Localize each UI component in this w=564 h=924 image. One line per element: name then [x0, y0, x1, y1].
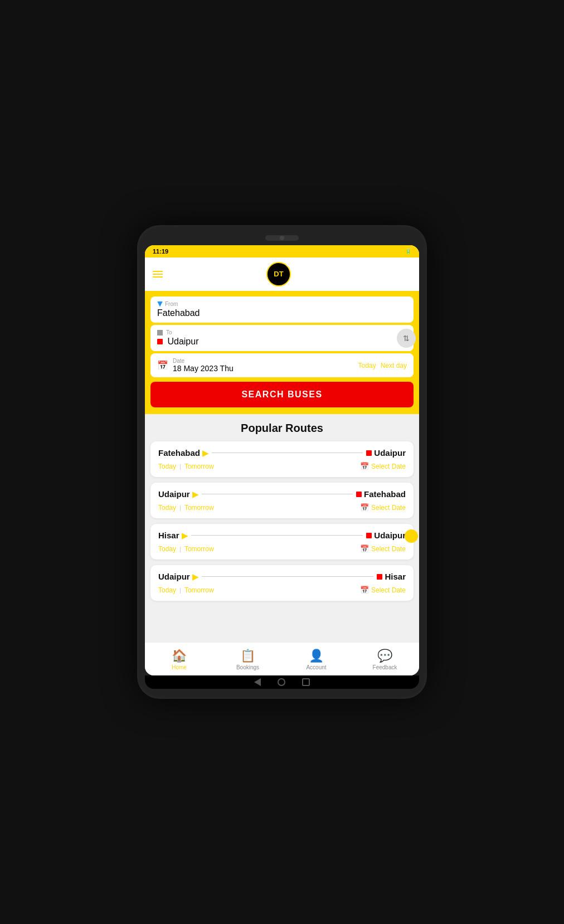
to-icon [157, 330, 163, 335]
search-section: From Fatehabad To Udaipur ⇅ [145, 291, 419, 414]
to-card[interactable]: To Udaipur ⇅ [150, 325, 414, 351]
route-from-0: Fatehabad ▶ [158, 448, 208, 458]
to-dot-1 [356, 492, 362, 497]
route-today-1[interactable]: Today [158, 504, 176, 512]
select-date-btn-0[interactable]: 📅 Select Date [360, 462, 406, 470]
route-arrow-icon-3: ▶ [192, 572, 198, 581]
route-tomorrow-2[interactable]: Tomorrow [184, 545, 214, 553]
calendar-icon-2: 📅 [360, 544, 369, 553]
sep-1: | [179, 504, 181, 511]
calendar-icon-3: 📅 [360, 586, 369, 594]
route-dates-1: Today | Tomorrow [158, 504, 214, 512]
menu-button[interactable] [153, 271, 163, 278]
screen: 11:19 🔋 DT Fro [145, 245, 419, 675]
route-header-1: Udaipur ▶ Fatehabad [158, 489, 406, 499]
nav-label-bookings: Bookings [236, 664, 259, 670]
calendar-icon-1: 📅 [360, 503, 369, 512]
route-from-1: Udaipur ▶ [158, 489, 198, 499]
from-icon [157, 301, 163, 307]
route-line-0 [212, 453, 363, 453]
select-date-btn-3[interactable]: 📅 Select Date [360, 586, 406, 594]
nav-label-home: Home [172, 664, 187, 670]
route-card-2[interactable]: Hisar ▶ Udaipur Today | Tomorrow [150, 524, 414, 560]
popular-routes-title: Popular Routes [150, 422, 414, 435]
recents-button[interactable] [302, 678, 310, 686]
route-card-0[interactable]: Fatehabad ▶ Udaipur Today | Tomorrow [150, 441, 414, 477]
from-card[interactable]: From Fatehabad [150, 296, 414, 323]
nav-label-feedback: Feedback [373, 664, 397, 670]
back-button[interactable] [254, 678, 261, 686]
route-header-3: Udaipur ▶ Hisar [158, 572, 406, 581]
next-day-shortcut[interactable]: Next day [381, 362, 407, 369]
route-card-1[interactable]: Udaipur ▶ Fatehabad Today | Tomorrow [150, 483, 414, 518]
route-tomorrow-0[interactable]: Tomorrow [184, 463, 214, 470]
main-content: Popular Routes Fatehabad ▶ Udaipur [145, 414, 419, 642]
route-today-0[interactable]: Today [158, 463, 176, 470]
date-value: 18 May 2023 Thu [173, 364, 234, 373]
nav-item-bookings[interactable]: 📋 Bookings [213, 649, 282, 670]
camera-bar [265, 235, 299, 241]
route-tomorrow-3[interactable]: Tomorrow [184, 586, 214, 594]
sep-2: | [179, 546, 181, 552]
feedback-icon: 💬 [377, 649, 392, 663]
date-label: Date [173, 358, 234, 364]
to-dot-0 [366, 450, 372, 456]
route-from-3: Udaipur ▶ [158, 572, 198, 581]
home-button[interactable] [278, 678, 285, 686]
status-bar: 11:19 🔋 [145, 245, 419, 257]
app-logo: DT [266, 262, 291, 286]
nav-label-account: Account [306, 664, 326, 670]
route-today-3[interactable]: Today [158, 586, 176, 594]
route-today-2[interactable]: Today [158, 545, 176, 553]
camera-lens [280, 236, 284, 240]
menu-line-1 [153, 271, 163, 272]
app-header: DT [145, 257, 419, 291]
to-dot-2 [366, 533, 372, 538]
from-label: From [157, 301, 407, 307]
calendar-icon: 📅 [157, 360, 168, 371]
nav-item-feedback[interactable]: 💬 Feedback [351, 649, 419, 670]
date-info: Date 18 May 2023 Thu [173, 358, 234, 373]
menu-line-3 [153, 276, 163, 278]
route-arrow-icon-1: ▶ [192, 490, 198, 499]
route-to-0: Udaipur [366, 448, 406, 458]
home-icon: 🏠 [172, 649, 187, 663]
route-arrow-icon-2: ▶ [182, 531, 188, 540]
date-card[interactable]: 📅 Date 18 May 2023 Thu Today Next day [150, 353, 414, 377]
to-red-dot [157, 339, 163, 344]
route-dates-0: Today | Tomorrow [158, 463, 214, 470]
swap-button[interactable]: ⇅ [397, 329, 416, 348]
date-left: 📅 Date 18 May 2023 Thu [157, 358, 234, 373]
bookings-icon: 📋 [240, 649, 255, 663]
route-dates-2: Today | Tomorrow [158, 545, 214, 553]
to-dot-3 [377, 574, 382, 580]
calendar-icon-0: 📅 [360, 462, 369, 470]
device-frame: 11:19 🔋 DT Fro [137, 225, 427, 699]
select-date-btn-1[interactable]: 📅 Select Date [360, 503, 406, 512]
route-from-2: Hisar ▶ [158, 531, 188, 540]
route-line-2 [191, 535, 363, 536]
to-value: Udaipur [157, 337, 407, 347]
date-shortcuts: Today Next day [358, 362, 407, 369]
today-shortcut[interactable]: Today [358, 362, 376, 369]
route-header-0: Fatehabad ▶ Udaipur [158, 448, 406, 458]
route-tomorrow-1[interactable]: Tomorrow [184, 504, 214, 512]
status-time: 11:19 [153, 248, 168, 255]
route-dates-3: Today | Tomorrow [158, 586, 214, 594]
nav-item-account[interactable]: 👤 Account [282, 649, 351, 670]
nav-item-home[interactable]: 🏠 Home [145, 649, 213, 670]
status-icons: 🔋 [405, 249, 411, 254]
route-wrapper: From Fatehabad To Udaipur ⇅ [150, 296, 414, 351]
search-buses-button[interactable]: SEARCH BUSES [150, 382, 414, 407]
device-nav-bar [145, 675, 419, 689]
sep-0: | [179, 463, 181, 470]
route-card-3[interactable]: Udaipur ▶ Hisar Today | Tomorrow [150, 565, 414, 601]
sep-3: | [179, 587, 181, 594]
select-date-btn-2[interactable]: 📅 Select Date [360, 544, 406, 553]
route-line-1 [202, 494, 353, 494]
route-to-3: Hisar [377, 572, 406, 581]
route-to-2: Udaipur [366, 531, 406, 540]
route-actions-3: Today | Tomorrow 📅 Select Date [158, 586, 406, 594]
route-actions-2: Today | Tomorrow 📅 Select Date [158, 544, 406, 553]
account-icon: 👤 [309, 649, 324, 663]
